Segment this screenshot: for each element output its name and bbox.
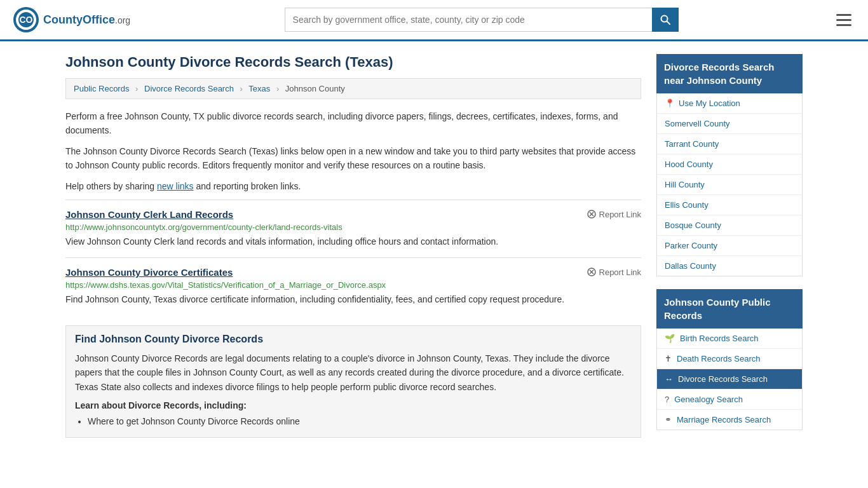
pr-link-0[interactable]: Birth Records Search bbox=[680, 334, 759, 343]
menu-bar-3 bbox=[836, 24, 851, 26]
nearby-link-6[interactable]: Bosque County bbox=[665, 220, 721, 230]
nearby-link-7[interactable]: Parker County bbox=[665, 241, 717, 250]
find-section-body: Johnson County Divorce Records are legal… bbox=[75, 351, 632, 394]
pr-link-3[interactable]: Genealogy Search bbox=[674, 395, 743, 404]
breadcrumb: Public Records › Divorce Records Search … bbox=[65, 78, 641, 99]
intro-paragraph-2: The Johnson County Divorce Records Searc… bbox=[65, 144, 641, 173]
pr-link-2[interactable]: Divorce Records Search bbox=[678, 374, 768, 384]
sidebar-nearby-header: Divorce Records Search near Johnson Coun… bbox=[656, 54, 803, 93]
sidebar-pr-item-1[interactable]: ✝Death Records Search bbox=[657, 349, 802, 369]
record-header-0: Johnson County Clerk Land Records Report… bbox=[65, 209, 641, 220]
record-item-1: Johnson County Divorce Certificates Repo… bbox=[65, 257, 641, 315]
breadcrumb-texas[interactable]: Texas bbox=[248, 84, 270, 93]
sidebar-nearby-item-1[interactable]: Somervell County bbox=[657, 114, 802, 134]
learn-item-0: Where to get Johnson County Divorce Reco… bbox=[88, 414, 632, 430]
sidebar-pr-item-2[interactable]: ↔Divorce Records Search bbox=[657, 369, 802, 390]
search-input[interactable] bbox=[285, 8, 652, 32]
records-list: Johnson County Clerk Land Records Report… bbox=[65, 200, 641, 315]
nearby-link-3[interactable]: Hood County bbox=[665, 159, 713, 169]
find-section: Find Johnson County Divorce Records John… bbox=[65, 325, 641, 438]
find-section-heading: Find Johnson County Divorce Records bbox=[75, 334, 632, 345]
record-desc-0: View Johnson County Clerk land records a… bbox=[65, 235, 641, 248]
report-icon-1 bbox=[587, 268, 596, 276]
sidebar-use-location: 📍Use My Location bbox=[657, 93, 802, 114]
sidebar-nearby-list: 📍Use My LocationSomervell CountyTarrant … bbox=[656, 93, 803, 276]
nearby-link-8[interactable]: Dallas County bbox=[665, 261, 716, 271]
new-links-link[interactable]: new links bbox=[157, 181, 194, 191]
birth-icon: 🌱 bbox=[665, 334, 675, 343]
intro3-pre: Help others by sharing bbox=[65, 181, 157, 191]
breadcrumb-divorce-records[interactable]: Divorce Records Search bbox=[144, 84, 234, 93]
record-desc-1: Find Johnson County, Texas divorce certi… bbox=[65, 293, 641, 306]
sidebar-pr-item-4[interactable]: ⚭Marriage Records Search bbox=[657, 410, 802, 430]
record-url-0: http://www.johnsoncountytx.org/governmen… bbox=[65, 222, 641, 232]
learn-heading: Learn about Divorce Records, including: bbox=[75, 400, 632, 410]
page-title: Johnson County Divorce Records Search (T… bbox=[65, 54, 641, 71]
main-layout: Johnson County Divorce Records Search (T… bbox=[53, 41, 815, 456]
report-icon-0 bbox=[587, 210, 596, 219]
pr-link-1[interactable]: Death Records Search bbox=[677, 354, 761, 363]
report-link-button-1[interactable]: Report Link bbox=[587, 268, 641, 277]
genealogy-icon: ? bbox=[665, 395, 669, 404]
sidebar-nearby-item-5[interactable]: Ellis County bbox=[657, 195, 802, 215]
sidebar-public-records-header: Johnson County Public Records bbox=[656, 289, 803, 329]
sidebar-nearby-item-2[interactable]: Tarrant County bbox=[657, 134, 802, 154]
intro-paragraph-1: Perform a free Johnson County, TX public… bbox=[65, 109, 641, 138]
nearby-link-1[interactable]: Somervell County bbox=[665, 119, 730, 128]
death-icon: ✝ bbox=[665, 354, 672, 363]
main-content: Johnson County Divorce Records Search (T… bbox=[65, 54, 641, 443]
sidebar-pr-item-0[interactable]: 🌱Birth Records Search bbox=[657, 329, 802, 349]
intro-paragraph-3: Help others by sharing new links and rep… bbox=[65, 179, 641, 193]
record-url-1: https://www.dshs.texas.gov/Vital_Statist… bbox=[65, 280, 641, 290]
svg-text:CO: CO bbox=[20, 15, 33, 25]
logo-icon: CO bbox=[13, 6, 39, 33]
breadcrumb-sep-2: › bbox=[240, 84, 243, 93]
record-title-0[interactable]: Johnson County Clerk Land Records bbox=[65, 209, 233, 220]
search-button[interactable] bbox=[652, 8, 679, 32]
record-item-0: Johnson County Clerk Land Records Report… bbox=[65, 200, 641, 257]
intro3-post: and reporting broken links. bbox=[194, 181, 301, 191]
search-icon bbox=[660, 15, 670, 25]
record-header-1: Johnson County Divorce Certificates Repo… bbox=[65, 267, 641, 278]
svg-line-5 bbox=[667, 22, 670, 25]
breadcrumb-public-records[interactable]: Public Records bbox=[74, 84, 129, 93]
sidebar-nearby-section: Divorce Records Search near Johnson Coun… bbox=[656, 54, 803, 276]
sidebar-public-records-section: Johnson County Public Records 🌱Birth Rec… bbox=[656, 289, 803, 430]
marriage-icon: ⚭ bbox=[665, 415, 672, 424]
menu-bar-1 bbox=[836, 14, 851, 16]
report-link-button-0[interactable]: Report Link bbox=[587, 210, 641, 219]
sidebar: Divorce Records Search near Johnson Coun… bbox=[656, 54, 803, 443]
learn-list: Where to get Johnson County Divorce Reco… bbox=[75, 414, 632, 430]
sidebar-pr-item-3[interactable]: ?Genealogy Search bbox=[657, 390, 802, 410]
breadcrumb-sep-3: › bbox=[276, 84, 279, 93]
divorce-icon: ↔ bbox=[665, 374, 673, 384]
nearby-link-2[interactable]: Tarrant County bbox=[665, 139, 719, 149]
use-my-location-link[interactable]: Use My Location bbox=[679, 98, 740, 108]
breadcrumb-sep-1: › bbox=[135, 84, 138, 93]
pr-link-4[interactable]: Marriage Records Search bbox=[677, 415, 771, 424]
sidebar-nearby-item-3[interactable]: Hood County bbox=[657, 154, 802, 175]
search-area bbox=[285, 8, 679, 32]
menu-bar-2 bbox=[836, 19, 851, 21]
logo-area: CO CountyOffice.org bbox=[13, 6, 130, 33]
header: CO CountyOffice.org bbox=[0, 0, 868, 41]
menu-button[interactable] bbox=[832, 10, 855, 30]
location-icon: 📍 bbox=[665, 98, 675, 108]
sidebar-nearby-item-6[interactable]: Bosque County bbox=[657, 215, 802, 236]
nearby-link-4[interactable]: Hill County bbox=[665, 180, 705, 189]
logo-text: CountyOffice.org bbox=[43, 13, 130, 27]
breadcrumb-current: Johnson County bbox=[285, 84, 345, 93]
sidebar-public-records-list: 🌱Birth Records Search✝Death Records Sear… bbox=[656, 329, 803, 430]
sidebar-nearby-item-4[interactable]: Hill County bbox=[657, 175, 802, 195]
record-title-1[interactable]: Johnson County Divorce Certificates bbox=[65, 267, 233, 278]
sidebar-nearby-item-7[interactable]: Parker County bbox=[657, 236, 802, 256]
nearby-link-5[interactable]: Ellis County bbox=[665, 200, 709, 210]
sidebar-nearby-item-8[interactable]: Dallas County bbox=[657, 256, 802, 276]
